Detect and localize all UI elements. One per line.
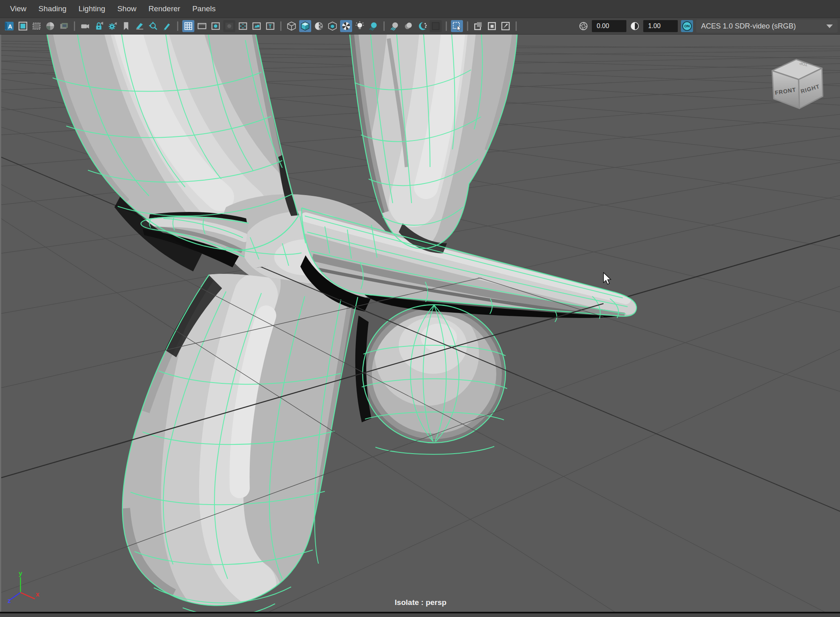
color-wheel-icon[interactable] — [44, 20, 56, 32]
menu-shading[interactable]: Shading — [33, 4, 73, 13]
smooth-shade-icon[interactable] — [299, 20, 311, 32]
lighting-toggle-icon[interactable] — [354, 20, 366, 32]
field-chart-icon[interactable] — [237, 20, 249, 32]
contrast-icon[interactable] — [629, 20, 641, 32]
isolate-select-icon[interactable] — [451, 20, 463, 32]
gate-mask-filled-icon[interactable] — [223, 20, 235, 32]
default-material-icon[interactable] — [340, 20, 352, 32]
grease-pencil-icon[interactable] — [161, 20, 173, 32]
view-transform-dropdown[interactable]: ACES 1.0 SDR-video (sRGB) — [696, 20, 838, 33]
isolate-hud-label: Isolate : persp — [1, 598, 840, 607]
svg-text:A: A — [8, 23, 12, 30]
view-transform-value: ACES 1.0 SDR-video (sRGB) — [701, 22, 796, 31]
svg-text:T: T — [269, 24, 272, 29]
mouse-cursor — [603, 272, 613, 286]
viewport-3d[interactable]: TOP FRONT RIGHT y z x Isolate : persp — [0, 35, 840, 617]
motion-blur-icon[interactable] — [402, 20, 414, 32]
film-gate-icon[interactable] — [196, 20, 208, 32]
ambient-occlusion-icon[interactable] — [389, 20, 401, 32]
toolbar-separator — [177, 21, 178, 31]
toolbar-separator — [467, 21, 468, 31]
grid-toggle-icon[interactable] — [182, 20, 194, 32]
color-management-toggle[interactable]: ON — [681, 20, 693, 32]
mesh-object[interactable] — [41, 35, 644, 616]
textured-mode-icon[interactable] — [313, 20, 325, 32]
resolution-gate-icon[interactable] — [17, 20, 29, 32]
select-camera-icon[interactable] — [79, 20, 91, 32]
lock-camera-icon[interactable] — [93, 20, 105, 32]
menu-panels[interactable]: Panels — [186, 4, 222, 13]
wireframe-on-shaded-icon[interactable] — [326, 20, 338, 32]
toolbar-separator — [383, 21, 385, 31]
bookmarks-icon[interactable] — [120, 20, 132, 32]
toolbar-separator — [516, 21, 517, 31]
multisample-icon[interactable] — [430, 20, 442, 32]
exposure-icon[interactable] — [577, 20, 589, 32]
camera-gate-icon[interactable] — [210, 20, 222, 32]
wireframe-mode-icon[interactable] — [285, 20, 298, 32]
x-axis-label: x — [36, 591, 39, 598]
safe-title-icon[interactable]: T — [264, 20, 276, 32]
viewport-menu-bar: View Shading Lighting Show Renderer Pane… — [0, 0, 840, 18]
viewport-toolbar: AT 0.00 1.00 ON ACES 1.0 SDR-video (sRGB… — [0, 18, 840, 35]
menu-renderer[interactable]: Renderer — [143, 4, 186, 13]
anti-aliasing-icon[interactable] — [416, 20, 428, 32]
menu-show[interactable]: Show — [111, 4, 143, 13]
toolbar-icon-group: AT — [2, 20, 520, 32]
shadows-toggle-icon[interactable] — [367, 20, 379, 32]
pane-layout-icon[interactable] — [472, 20, 484, 32]
letter-a-cube-icon[interactable]: A — [3, 20, 15, 32]
viewport-canvas[interactable] — [1, 35, 840, 617]
perspective-wedge-icon[interactable] — [134, 20, 146, 32]
toolbar-separator — [446, 21, 447, 31]
menu-view[interactable]: View — [4, 4, 33, 13]
safe-action-icon[interactable] — [251, 20, 263, 32]
toolbar-separator — [280, 21, 281, 31]
menu-lighting[interactable]: Lighting — [73, 4, 112, 13]
single-pane-icon[interactable] — [486, 20, 498, 32]
camera-attributes-icon[interactable] — [106, 20, 118, 32]
window-bottom-strip — [0, 613, 840, 617]
pan-zoom-icon[interactable] — [147, 20, 159, 32]
chevron-down-icon — [826, 24, 833, 28]
color-management-cluster: 0.00 1.00 ON ACES 1.0 SDR-video (sRGB) — [577, 20, 838, 33]
gate-mask-icon[interactable] — [31, 20, 43, 32]
y-axis-label: y — [19, 571, 22, 577]
view-cube[interactable]: TOP FRONT RIGHT — [763, 54, 832, 114]
image-plane-icon[interactable] — [58, 20, 70, 32]
on-badge: ON — [682, 21, 692, 31]
toolbar-separator — [74, 21, 75, 31]
gamma-field[interactable]: 1.00 — [643, 20, 678, 32]
snapshot-icon[interactable] — [500, 20, 512, 32]
exposure-field[interactable]: 0.00 — [592, 20, 626, 32]
